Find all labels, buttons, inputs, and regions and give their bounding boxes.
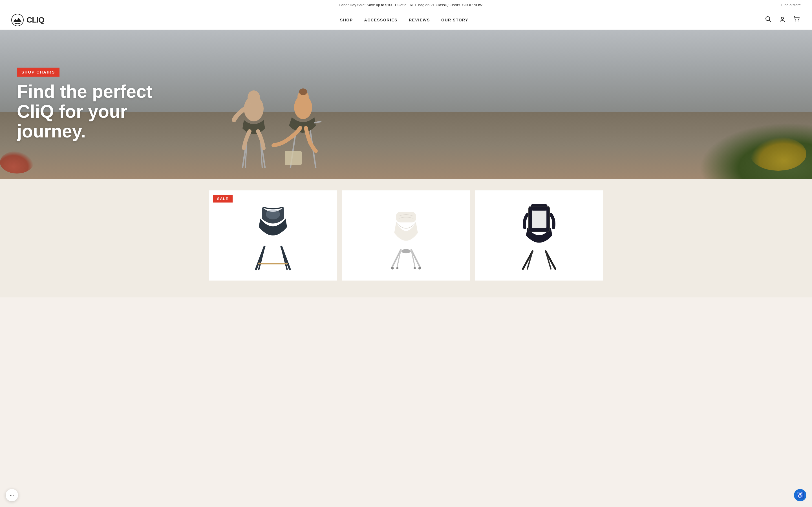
nav-icons (764, 15, 801, 25)
hero-section: SHOP CHAIRS Find the perfect CliQ for yo… (0, 30, 812, 179)
logo-icon (11, 14, 24, 26)
find-store-link[interactable]: Find a store (781, 3, 801, 7)
cart-button[interactable] (792, 15, 801, 25)
svg-rect-39 (532, 210, 546, 228)
nav-item-reviews[interactable]: REVIEWS (409, 17, 430, 22)
svg-point-5 (798, 20, 799, 21)
account-icon (779, 16, 785, 22)
hero-headline: Find the perfect CliQ for your journey. (17, 82, 186, 141)
svg-line-25 (411, 250, 420, 268)
shop-chairs-badge[interactable]: SHOP CHAIRS (17, 68, 59, 76)
product-card-1[interactable]: SALE (209, 190, 337, 281)
svg-point-32 (401, 249, 410, 253)
nav-link-shop[interactable]: SHOP (340, 18, 353, 22)
svg-point-31 (414, 267, 416, 269)
account-button[interactable] (778, 15, 786, 25)
hero-content: SHOP CHAIRS Find the perfect CliQ for yo… (0, 30, 812, 179)
cart-icon (794, 16, 800, 22)
svg-point-29 (418, 267, 421, 269)
search-icon (765, 16, 771, 22)
product-image-2 (342, 190, 470, 281)
search-button[interactable] (764, 15, 772, 25)
main-nav: SHOP ACCESSORIES REVIEWS OUR STORY (340, 17, 468, 22)
product-card-3[interactable] (475, 190, 603, 281)
product-image-3 (475, 190, 603, 281)
svg-point-30 (396, 267, 398, 269)
chair-dark-image (242, 199, 304, 272)
products-section: SALE (0, 179, 812, 297)
svg-rect-40 (530, 204, 547, 211)
product-image-1 (209, 190, 337, 281)
announcement-message: Labor Day Sale: Save up to $100 + Get a … (340, 3, 487, 7)
chair-white-image (377, 199, 435, 272)
header: CLIQ SHOP ACCESSORIES REVIEWS OUR STORY (0, 10, 812, 30)
svg-point-4 (795, 20, 796, 21)
chair-black-premium-image (510, 199, 568, 272)
svg-line-2 (769, 20, 771, 22)
nav-list: SHOP ACCESSORIES REVIEWS OUR STORY (340, 17, 468, 22)
nav-link-our-story[interactable]: OUR STORY (441, 18, 468, 22)
sale-badge: SALE (213, 195, 233, 203)
announcement-bar: Labor Day Sale: Save up to $100 + Get a … (0, 0, 812, 10)
logo-link[interactable]: CLIQ (11, 14, 44, 26)
svg-point-23 (266, 209, 280, 219)
logo-text: CLIQ (27, 15, 44, 24)
nav-item-accessories[interactable]: ACCESSORIES (364, 17, 398, 22)
product-card-2[interactable] (342, 190, 470, 281)
nav-link-accessories[interactable]: ACCESSORIES (364, 18, 398, 22)
nav-item-our-story[interactable]: OUR STORY (441, 17, 468, 22)
svg-point-28 (391, 267, 394, 269)
svg-line-24 (392, 250, 401, 268)
products-grid: SALE (209, 190, 603, 281)
nav-link-reviews[interactable]: REVIEWS (409, 18, 430, 22)
nav-item-shop[interactable]: SHOP (340, 17, 353, 22)
svg-point-1 (766, 17, 770, 20)
announcement-text[interactable]: Labor Day Sale: Save up to $100 + Get a … (45, 3, 781, 7)
svg-point-3 (781, 17, 783, 19)
